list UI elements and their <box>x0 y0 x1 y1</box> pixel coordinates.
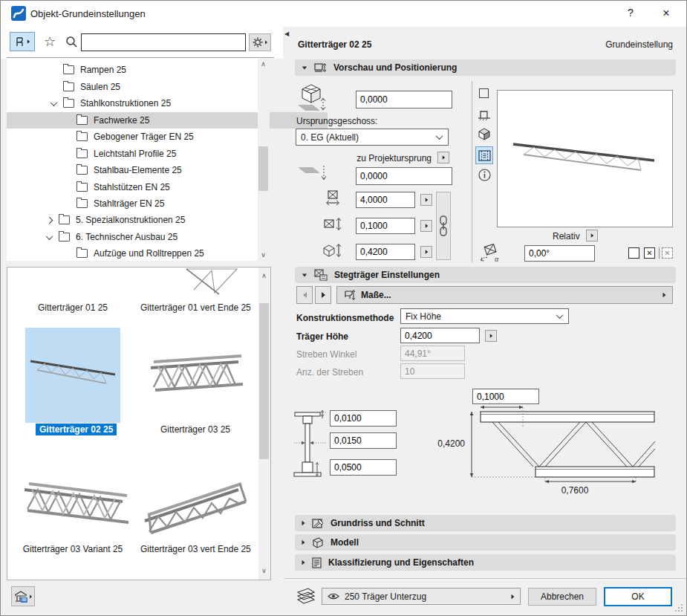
help-button[interactable]: ? <box>619 7 642 22</box>
chevron-down-icon <box>556 311 564 319</box>
close-button[interactable]: × <box>655 7 677 22</box>
next-page-button[interactable] <box>315 286 331 304</box>
thumbnail-image-gittertraeger-03-variant[interactable] <box>22 467 131 534</box>
settings-gear-button[interactable] <box>249 33 271 51</box>
elevation-view-icon[interactable] <box>478 109 491 121</box>
folder-icon <box>59 215 70 224</box>
height-input[interactable] <box>356 244 415 260</box>
layer-select[interactable]: 250 Träger Unterzug <box>322 588 521 605</box>
tree-item-technischer-ausbau[interactable]: 6. Technischer Ausbau 25 <box>7 229 298 245</box>
thumbnail-scrollbar-thumb[interactable] <box>259 303 269 459</box>
preview-mode-selected-button[interactable] <box>475 146 493 164</box>
collapse-triangle-icon <box>302 273 307 276</box>
thumbnail-image-gittertraeger-03-vert-ende[interactable] <box>143 467 249 536</box>
thumbnail-label[interactable]: Gitterträger 03 vert Ende 25 <box>140 544 250 554</box>
height-menu-button[interactable] <box>420 246 432 258</box>
web-thickness-input[interactable] <box>330 432 397 449</box>
strut-angle-input <box>400 346 465 361</box>
offset-top-input[interactable] <box>356 91 452 108</box>
origin-story-select[interactable]: 0. EG (Aktuell) <box>296 129 449 146</box>
tree-item-stahlstuetzen[interactable]: Stahlstützen EN 25 <box>7 179 328 195</box>
tree-item-stahltraeger[interactable]: Stahlträger EN 25 <box>7 195 328 212</box>
width-menu-button[interactable] <box>420 220 432 232</box>
tree-item-gebogener-traeger[interactable]: Gebogener Träger EN 25 <box>7 129 328 145</box>
thumbnail-label-selected[interactable]: Gitterträger 02 25 <box>36 424 117 435</box>
thumbnail-label[interactable]: Gitterträger 01 vert Ende 25 <box>140 302 250 313</box>
section-plan-section[interactable]: Grundriss und Schnitt <box>295 515 676 531</box>
flange-thickness-input[interactable] <box>330 410 397 427</box>
object-type-button[interactable] <box>10 32 35 51</box>
collapse-triangle-icon <box>302 560 305 565</box>
eye-icon <box>328 592 339 600</box>
layer-name: 250 Träger Unterzug <box>345 591 426 602</box>
foot-height-input[interactable] <box>330 459 397 476</box>
library-manager-button[interactable] <box>11 586 35 606</box>
tree-item-spezialkonstruktionen[interactable]: 5. Spezialkonstruktionen 25 <box>7 212 298 228</box>
info-icon[interactable] <box>478 169 491 181</box>
scroll-down-icon[interactable]: ∨ <box>259 251 267 259</box>
resize-grip[interactable] <box>675 604 684 613</box>
window-title: Objekt-Grundeinstellungen <box>30 8 146 19</box>
section-model[interactable]: Modell <box>295 534 676 551</box>
width-input[interactable] <box>356 218 415 234</box>
section-preview-positioning[interactable]: Vorschau und Positionierung <box>295 59 676 76</box>
thumbnail-image-gittertraeger-01-vert-ende[interactable] <box>185 268 241 296</box>
tree-item-stahlbau-elemente[interactable]: Stahlbau-Elemente 25 <box>7 162 328 178</box>
tree-scrollbar[interactable]: ∧ ∨ <box>258 59 270 261</box>
collapse-panel-arrow[interactable]: ◀ <box>284 30 290 38</box>
thumbnail-scrollbar[interactable]: ∧ ∨ <box>258 268 270 580</box>
search-input[interactable] <box>81 33 246 51</box>
chevron-right-icon[interactable] <box>46 216 53 224</box>
section-stegtraeger[interactable]: Stegträger Einstellungen <box>295 267 676 283</box>
scroll-up-icon[interactable]: ∧ <box>260 272 268 280</box>
to-project-origin-button[interactable] <box>437 152 449 163</box>
ibeam-diagram <box>293 404 330 480</box>
length-menu-button[interactable] <box>420 194 432 206</box>
svg-text:α: α <box>495 256 499 262</box>
search-icon[interactable] <box>62 32 81 51</box>
library-building-icon <box>14 591 27 603</box>
thumbnail-image-gittertraeger-02[interactable] <box>27 354 118 398</box>
preview-viewport[interactable] <box>497 90 673 227</box>
construction-method-select[interactable]: Fix Höhe <box>400 308 569 324</box>
collapse-triangle-icon <box>302 540 305 545</box>
scroll-down-icon[interactable]: ∨ <box>260 567 268 575</box>
relative-menu-button[interactable] <box>586 230 598 241</box>
beam-height-menu-button[interactable] <box>485 330 497 342</box>
thumbnail-label[interactable]: Gitterträger 03 Variant 25 <box>17 544 128 554</box>
model-view-icon[interactable] <box>478 127 491 140</box>
chevron-down-icon <box>436 132 443 140</box>
rotation-input[interactable] <box>524 245 595 262</box>
page-selector-bar[interactable]: Maße... <box>336 286 673 304</box>
thumbnail-image-gittertraeger-03[interactable] <box>148 341 246 412</box>
mirror-off-toggle[interactable] <box>628 247 639 259</box>
chevron-down-icon[interactable] <box>51 99 58 106</box>
plan-view-icon[interactable] <box>479 88 489 98</box>
ok-button[interactable]: OK <box>604 587 672 606</box>
chord-width-input[interactable] <box>472 389 539 404</box>
tree-scrollbar-thumb[interactable] <box>258 146 268 191</box>
toggle-divider <box>659 247 660 259</box>
tree-item-leichtstahl[interactable]: Leichtstahl Profile 25 <box>7 146 328 162</box>
thumbnail-label[interactable]: Gitterträger 03 25 <box>146 424 245 435</box>
top-elevation-icon <box>296 82 331 112</box>
chevron-down-icon[interactable] <box>46 233 53 240</box>
mirror-on-toggle[interactable]: ✕ <box>644 247 655 259</box>
cancel-button[interactable]: Abbrechen <box>528 588 596 606</box>
document-icon <box>312 557 322 568</box>
thumbnail-label[interactable]: Gitterträger 01 25 <box>23 302 123 313</box>
folder-icon <box>76 199 88 208</box>
beam-height-input[interactable] <box>400 328 480 343</box>
length-input[interactable] <box>356 192 415 208</box>
tree-item-aufzuege[interactable]: Aufzüge und Rolltreppen 25 <box>7 245 328 262</box>
favorites-star-icon[interactable]: ☆ <box>39 32 60 51</box>
rotation-angle-icon: α <box>479 243 503 262</box>
scroll-up-icon[interactable]: ∧ <box>259 60 267 68</box>
tree-item-fachwerke[interactable]: Fachwerke 25 <box>7 112 328 129</box>
mode-label: Grundeinstellung <box>521 39 673 50</box>
offset-bottom-input[interactable] <box>356 167 452 185</box>
link-dimensions-button[interactable] <box>436 192 451 260</box>
mirror-default-toggle[interactable]: ✕ <box>662 247 673 259</box>
prev-page-button[interactable] <box>296 286 313 304</box>
section-classification[interactable]: Klassifizierung und Eigenschaften <box>295 554 676 571</box>
